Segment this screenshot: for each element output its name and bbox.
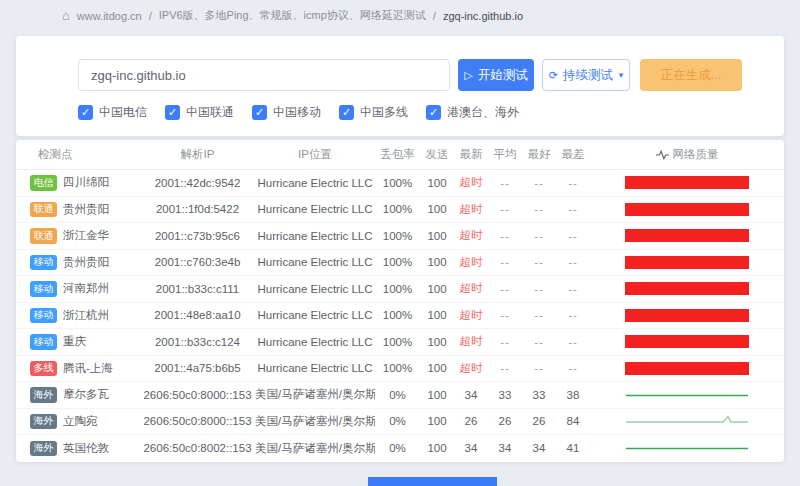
node-cell: 海外 摩尔多瓦 — [16, 387, 140, 403]
quality-cell — [590, 335, 784, 348]
test-panel: ▷ 开始测试 ⟳ 持续测试 ▾ 正在生成... ✓ 中国电信 ✓ 中国联通 ✓ … — [16, 36, 784, 136]
checkbox-checked-icon: ✓ — [165, 105, 180, 120]
header-resolved-ip: 解析IP — [140, 147, 255, 162]
latest-ping: 34 — [454, 389, 488, 401]
sent-count: 100 — [420, 230, 454, 242]
breadcrumb-section[interactable]: IPV6版、多地Ping、常规版、icmp协议、网络延迟测试 — [159, 8, 426, 23]
latency-sparkline — [625, 414, 749, 428]
table-row: 海外 立陶宛 2606:50c0:8000::153 美国/马萨诸塞州/奥尔斯顿… — [16, 409, 784, 436]
target-host-input[interactable] — [78, 59, 450, 91]
worst-ping: 84 — [556, 415, 590, 427]
sent-count: 100 — [420, 336, 454, 348]
node-cell: 移动 河南郑州 — [16, 281, 140, 297]
avg-ping: 26 — [488, 415, 522, 427]
loss-rate: 100% — [375, 336, 420, 348]
node-name: 重庆 — [63, 334, 86, 349]
generating-status-button: 正在生成... — [640, 59, 742, 91]
worst-ping: -- — [556, 177, 590, 189]
sent-count: 100 — [420, 415, 454, 427]
start-test-button[interactable]: ▷ 开始测试 — [458, 59, 534, 91]
quality-cell — [590, 441, 784, 455]
node-name: 河南郑州 — [63, 281, 109, 296]
best-ping: -- — [522, 256, 556, 268]
isp-badge: 移动 — [30, 255, 57, 271]
worst-ping: -- — [556, 203, 590, 215]
latency-sparkline — [625, 388, 749, 402]
node-cell: 海外 立陶宛 — [16, 414, 140, 430]
latest-ping: 超时 — [454, 255, 488, 270]
packet-loss-bar — [625, 282, 749, 295]
header-sent: 发送 — [420, 147, 454, 162]
horizontal-scrollbar-thumb[interactable] — [368, 477, 497, 486]
table-row: 移动 河南郑州 2001::b33c:c111 Hurricane Electr… — [16, 276, 784, 303]
node-name: 四川绵阳 — [63, 175, 109, 190]
quality-cell — [590, 309, 784, 322]
table-body: 电信 四川绵阳 2001::42dc:9542 Hurricane Electr… — [16, 170, 784, 462]
line-filter-multiline[interactable]: ✓ 中国多线 — [339, 104, 408, 121]
best-ping: -- — [522, 283, 556, 295]
resolved-ip: 2001::b33c:c111 — [140, 283, 255, 295]
latest-ping: 超时 — [454, 308, 488, 323]
table-row: 移动 浙江杭州 2001::48e8:aa10 Hurricane Electr… — [16, 303, 784, 330]
line-filter-overseas[interactable]: ✓ 港澳台、海外 — [426, 104, 519, 121]
worst-ping: -- — [556, 309, 590, 321]
ip-location: Hurricane Electric LLC — [255, 203, 375, 215]
checkbox-checked-icon: ✓ — [426, 105, 441, 120]
breadcrumb-site[interactable]: www.itdog.cn — [77, 10, 142, 22]
line-filter-label: 中国电信 — [99, 104, 147, 121]
packet-loss-bar — [625, 335, 749, 348]
ip-location: 美国/马萨诸塞州/奥尔斯顿/Fastly, Inc. — [255, 414, 375, 429]
results-table: 检测点 解析IP IP位置 丢包率 发送 最新 平均 最好 最差 网络质量 电信… — [16, 140, 784, 462]
line-filter-label: 中国多线 — [360, 104, 408, 121]
node-name: 贵州贵阳 — [63, 202, 109, 217]
sent-count: 100 — [420, 389, 454, 401]
header-best: 最好 — [522, 147, 556, 162]
loss-rate: 100% — [375, 203, 420, 215]
sent-count: 100 — [420, 256, 454, 268]
line-filter-unicom[interactable]: ✓ 中国联通 — [165, 104, 234, 121]
table-row: 多线 腾讯-上海 2001::4a75:b6b5 Hurricane Elect… — [16, 356, 784, 383]
line-filter-mobile[interactable]: ✓ 中国移动 — [252, 104, 321, 121]
packet-loss-bar — [625, 176, 749, 189]
avg-ping: -- — [488, 177, 522, 189]
isp-badge: 海外 — [30, 387, 57, 403]
repeat-icon: ⟳ — [549, 70, 558, 81]
resolved-ip: 2606:50c0:8002::153 — [140, 442, 255, 454]
table-row: 移动 贵州贵阳 2001::c760:3e4b Hurricane Electr… — [16, 250, 784, 277]
breadcrumb-current: zgq-inc.github.io — [443, 10, 523, 22]
header-avg: 平均 — [488, 147, 522, 162]
quality-cell — [590, 229, 784, 242]
header-ip-location: IP位置 — [255, 147, 375, 162]
quality-cell — [590, 362, 784, 375]
ip-location: Hurricane Electric LLC — [255, 177, 375, 189]
line-filters: ✓ 中国电信 ✓ 中国联通 ✓ 中国移动 ✓ 中国多线 ✓ 港澳台、海外 — [78, 104, 754, 121]
loss-rate: 0% — [375, 442, 420, 454]
table-row: 联通 贵州贵阳 2001::1f0d:5422 Hurricane Electr… — [16, 197, 784, 224]
resolved-ip: 2001::42dc:9542 — [140, 177, 255, 189]
node-name: 贵州贵阳 — [63, 255, 109, 270]
packet-loss-bar — [625, 203, 749, 216]
resolved-ip: 2001::b33c:c124 — [140, 336, 255, 348]
table-row: 海外 摩尔多瓦 2606:50c0:8000::153 美国/马萨诸塞州/奥尔斯… — [16, 382, 784, 409]
resolved-ip: 2001::c73b:95c6 — [140, 230, 255, 242]
ip-location: Hurricane Electric LLC — [255, 230, 375, 242]
worst-ping: -- — [556, 283, 590, 295]
avg-ping: -- — [488, 203, 522, 215]
resolved-ip: 2001::c760:3e4b — [140, 256, 255, 268]
node-cell: 多线 腾讯-上海 — [16, 361, 140, 377]
ip-location: 美国/马萨诸塞州/奥尔斯顿/Fastly, Inc. — [255, 441, 375, 456]
latest-ping: 34 — [454, 442, 488, 454]
start-test-label: 开始测试 — [478, 67, 528, 84]
checkbox-checked-icon: ✓ — [339, 105, 354, 120]
line-filter-telecom[interactable]: ✓ 中国电信 — [78, 104, 147, 121]
avg-ping: -- — [488, 256, 522, 268]
quality-cell — [590, 176, 784, 189]
isp-badge: 移动 — [30, 281, 57, 297]
best-ping: 26 — [522, 415, 556, 427]
packet-loss-bar — [625, 362, 749, 375]
best-ping: -- — [522, 336, 556, 348]
breadcrumb-separator: / — [149, 10, 152, 22]
continuous-test-button[interactable]: ⟳ 持续测试 ▾ — [542, 59, 630, 91]
best-ping: -- — [522, 309, 556, 321]
loss-rate: 100% — [375, 309, 420, 321]
